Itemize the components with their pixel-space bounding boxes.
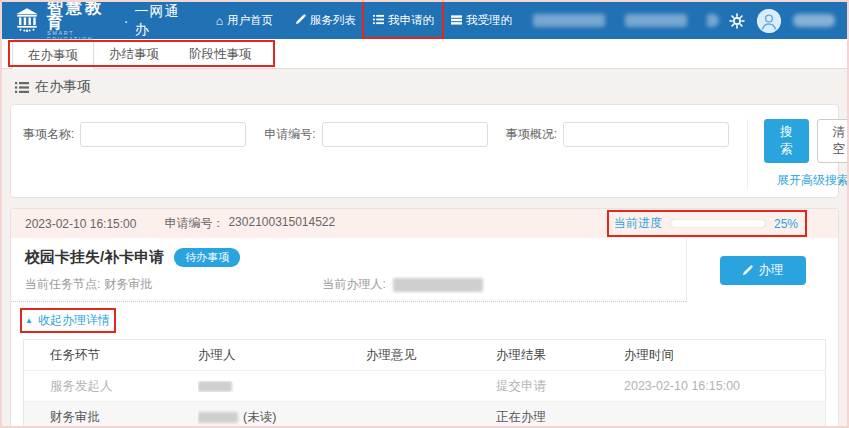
application-card: 2023-02-10 16:15:00 申请编号： 23021003150145… <box>10 208 839 428</box>
col-handler: 办理人 <box>198 347 366 364</box>
chevron-up-icon: ▲ <box>25 316 33 325</box>
application-number: 申请编号： 2302100315014522 <box>164 215 335 232</box>
redacted-handler-name <box>393 278 483 292</box>
table-row: 服务发起人 提交申请 2023-02-10 16:15:00 <box>24 370 825 401</box>
cell-time: 2023-02-10 16:15:00 <box>624 379 825 393</box>
col-time: 办理时间 <box>624 347 825 364</box>
progress-percent: 25% <box>774 217 798 231</box>
cell-handler <box>198 381 366 392</box>
collapse-details-label: 收起办理详情 <box>38 312 110 329</box>
nav-item-my-applications[interactable]: 我申请的 <box>371 9 436 32</box>
item-name-input[interactable] <box>80 122 246 147</box>
section-title: 在办事项 <box>35 78 91 96</box>
page: 智慧教育 SMART EDUCATION · 一网通办 ⌂ 用户首页 服务列表 <box>0 0 849 428</box>
redacted-nav-item <box>625 14 687 27</box>
progress-group: 当前进度 25% <box>614 215 798 232</box>
edit-icon <box>295 14 306 27</box>
search-buttons: 搜索 清空 <box>764 119 849 163</box>
cell-stage: 服务发起人 <box>50 378 198 395</box>
card-body-right: 办理 <box>686 238 838 302</box>
redacted-nav-item <box>533 14 605 27</box>
item-title: 校园卡挂失/补卡申请 <box>25 248 164 267</box>
progress-label: 当前进度 <box>614 215 662 232</box>
col-task-stage: 任务环节 <box>50 347 198 364</box>
cell-stage: 财务审批 <box>50 409 198 426</box>
col-result: 办理结果 <box>496 347 624 364</box>
handle-button[interactable]: 办理 <box>720 256 806 285</box>
search-panel: 事项名称: 申请编号: 事项概况: 搜索 清空 展开高级搜索 ▼ <box>10 104 839 198</box>
handler-label: 当前办理人: <box>323 276 386 293</box>
user-avatar[interactable] <box>757 9 781 33</box>
info-row: 当前任务节点: 财务审批 当前办理人: <box>25 276 672 293</box>
brand-separator: · <box>124 13 129 29</box>
progress-bar <box>670 219 766 228</box>
main-nav: ⌂ 用户首页 服务列表 我申请的 <box>205 9 729 32</box>
nav-item-label: 我申请的 <box>388 13 434 28</box>
current-task-node: 当前任务节点: 财务审批 <box>25 276 323 293</box>
title-row: 校园卡挂失/补卡申请 待办事项 <box>25 248 672 267</box>
nav-item-service-list[interactable]: 服务列表 <box>293 9 358 32</box>
application-number-value: 2302100315014522 <box>228 215 335 232</box>
collapse-details-link[interactable]: ▲ 收起办理详情 <box>25 312 110 329</box>
card-header-strip: 2023-02-10 16:15:00 申请编号： 23021003150145… <box>11 209 838 238</box>
task-detail-table: 任务环节 办理人 办理意见 办理结果 办理时间 服务发起人 提交申请 2023-… <box>23 339 826 428</box>
clear-button[interactable]: 清空 <box>817 119 849 163</box>
tab-in-progress-items[interactable]: 在办事项 <box>12 39 94 69</box>
application-no-label: 申请编号: <box>264 126 315 143</box>
status-badge: 待办事项 <box>174 248 240 267</box>
collapse-wrap: ▲ 收起办理详情 <box>25 312 110 329</box>
brand-text: 智慧教育 SMART EDUCATION <box>47 0 114 42</box>
application-no-input[interactable] <box>322 122 488 147</box>
brand-suffix: 一网通办 <box>134 3 186 39</box>
advanced-search-link[interactable]: 展开高级搜索 ▼ <box>777 172 849 189</box>
card-body-left: 校园卡挂失/补卡申请 待办事项 当前任务节点: 财务审批 当前办理人: <box>11 238 686 302</box>
navbar-right <box>729 9 835 33</box>
gear-icon[interactable] <box>729 13 745 29</box>
brand-logo[interactable]: 智慧教育 SMART EDUCATION · 一网通办 <box>14 0 187 42</box>
table-header-row: 任务环节 办理人 办理意见 办理结果 办理时间 <box>24 340 825 370</box>
tab-completed-items[interactable]: 办结事项 <box>94 39 174 68</box>
advanced-search-label: 展开高级搜索 <box>777 172 849 189</box>
card-body: 校园卡挂失/补卡申请 待办事项 当前任务节点: 财务审批 当前办理人: <box>11 238 838 302</box>
redacted-handler-name <box>198 412 238 423</box>
field-application-no: 申请编号: <box>264 122 487 147</box>
item-overview-label: 事项概况: <box>506 126 557 143</box>
redacted-nav-chevron <box>707 14 719 27</box>
redacted-username <box>793 14 835 27</box>
cell-handler: (未读) <box>198 409 366 426</box>
application-time: 2023-02-10 16:15:00 <box>25 217 136 231</box>
handle-button-label: 办理 <box>759 262 784 279</box>
application-number-label: 申请编号： <box>164 215 224 232</box>
task-node-value: 财务审批 <box>104 276 152 293</box>
handler-note: (未读) <box>243 409 276 426</box>
layers-icon <box>451 14 462 27</box>
pencil-icon <box>742 265 753 276</box>
tab-bar: 在办事项 办结事项 阶段性事项 <box>2 39 847 69</box>
brand-title: 智慧教育 <box>47 0 114 30</box>
nav-item-my-applications-wrap: 我申请的 <box>367 9 440 32</box>
nav-item-user-home[interactable]: ⌂ 用户首页 <box>214 9 275 32</box>
field-item-name: 事项名称: <box>23 122 246 147</box>
tab-phased-items[interactable]: 阶段性事项 <box>174 39 267 68</box>
redacted-handler-name <box>198 381 232 392</box>
nav-item-label: 用户首页 <box>227 13 273 28</box>
task-node-label: 当前任务节点: <box>25 276 100 293</box>
building-logo-icon <box>14 6 47 36</box>
search-button[interactable]: 搜索 <box>764 119 809 163</box>
current-handler: 当前办理人: <box>323 276 483 293</box>
list-icon <box>373 14 384 27</box>
home-icon: ⌂ <box>216 15 223 27</box>
nav-item-my-accepted[interactable]: 我受理的 <box>449 9 514 32</box>
section-heading: 在办事项 <box>15 78 834 96</box>
item-overview-input[interactable] <box>563 122 729 147</box>
top-navbar: 智慧教育 SMART EDUCATION · 一网通办 ⌂ 用户首页 服务列表 <box>2 2 847 39</box>
item-name-label: 事项名称: <box>23 126 74 143</box>
list-icon <box>15 81 29 94</box>
nav-item-label: 我受理的 <box>466 13 512 28</box>
table-row: 财务审批 (未读) 正在办理 <box>24 401 825 428</box>
search-actions: 搜索 清空 展开高级搜索 ▼ <box>747 119 849 189</box>
tabs-group: 在办事项 办结事项 阶段性事项 <box>12 39 267 68</box>
nav-item-label: 服务列表 <box>310 13 356 28</box>
cell-result: 提交申请 <box>496 378 624 395</box>
collapse-row: ▲ 收起办理详情 <box>11 302 838 337</box>
